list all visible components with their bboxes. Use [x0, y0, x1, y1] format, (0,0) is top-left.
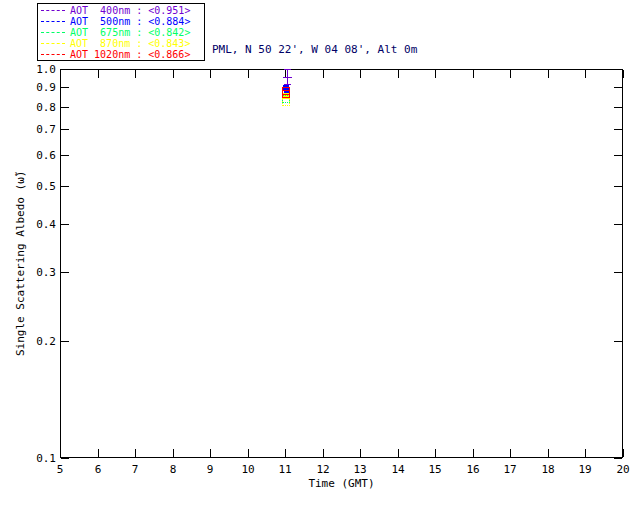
x-tick-top — [98, 70, 99, 78]
y-tick-label: 0.4 — [34, 218, 56, 231]
x-tick-label: 8 — [158, 463, 188, 476]
x-tick-label: 15 — [420, 463, 450, 476]
y-tick — [61, 87, 69, 88]
y-tick-right — [614, 224, 622, 225]
x-tick — [285, 449, 286, 457]
x-tick-label: 19 — [570, 463, 600, 476]
y-tick — [61, 69, 69, 70]
x-tick-label: 9 — [195, 463, 225, 476]
x-tick-top — [510, 70, 511, 78]
legend-entry: AOT 400nm : <0.951> — [41, 5, 201, 16]
x-tick — [60, 449, 61, 457]
legend-line-sample — [41, 21, 65, 22]
x-tick-top — [248, 70, 249, 78]
x-tick-top — [210, 70, 211, 78]
x-tick-label: 16 — [458, 463, 488, 476]
error-cap-top — [284, 69, 291, 70]
x-tick-top — [173, 70, 174, 78]
x-axis-title: Time (GMT) — [60, 477, 623, 490]
x-tick — [548, 449, 549, 457]
y-tick-label: 0.1 — [34, 452, 56, 465]
legend-entry: AOT 675nm : <0.842> — [41, 27, 201, 38]
y-tick-label: 0.5 — [34, 180, 56, 193]
data-point-square-open — [282, 90, 290, 98]
y-tick-label: 1.0 — [34, 63, 56, 76]
y-tick — [61, 186, 69, 187]
x-tick — [210, 449, 211, 457]
x-tick-top — [60, 70, 61, 78]
x-tick — [398, 449, 399, 457]
legend-label: AOT 500nm : <0.884> — [70, 16, 190, 27]
ssa-plot-page: AOT 400nm : <0.951>AOT 500nm : <0.884>AO… — [0, 0, 640, 512]
x-tick — [173, 449, 174, 457]
x-tick-top — [585, 70, 586, 78]
x-tick-top — [323, 70, 324, 78]
legend-label: AOT 400nm : <0.951> — [70, 5, 190, 16]
y-tick-right — [614, 341, 622, 342]
x-tick — [510, 449, 511, 457]
x-tick — [585, 449, 586, 457]
y-tick-right — [614, 69, 622, 70]
y-tick — [61, 272, 69, 273]
x-tick-top — [135, 70, 136, 78]
data-point-square-dotted — [282, 98, 290, 106]
y-tick-label: 0.2 — [34, 335, 56, 348]
x-tick-label: 17 — [495, 463, 525, 476]
legend-box: AOT 400nm : <0.951>AOT 500nm : <0.884>AO… — [37, 3, 205, 61]
legend-entry: AOT 1020nm : <0.866> — [41, 49, 201, 60]
plot-area — [60, 69, 623, 458]
x-tick-label: 18 — [533, 463, 563, 476]
x-tick-label: 6 — [83, 463, 113, 476]
y-tick-label: 0.6 — [34, 149, 56, 162]
y-tick-right — [614, 186, 622, 187]
x-tick-label: 13 — [345, 463, 375, 476]
x-tick — [248, 449, 249, 457]
x-tick — [360, 449, 361, 457]
y-tick — [61, 224, 69, 225]
legend-line-sample — [41, 43, 65, 44]
y-tick-label: 0.3 — [34, 266, 56, 279]
y-tick-label: 0.8 — [34, 101, 56, 114]
x-tick-top — [473, 70, 474, 78]
y-axis-title: Single Scattering Albedo (ω̃) — [14, 69, 27, 458]
x-tick-top — [623, 70, 624, 78]
legend-label: AOT 675nm : <0.842> — [70, 27, 190, 38]
legend-line-sample — [41, 32, 65, 33]
x-tick — [473, 449, 474, 457]
y-tick-right — [614, 272, 622, 273]
legend-entry: AOT 870nm : <0.843> — [41, 38, 201, 49]
y-tick — [61, 107, 69, 108]
y-tick — [61, 129, 69, 130]
x-tick — [323, 449, 324, 457]
x-tick — [98, 449, 99, 457]
data-point-plus — [283, 77, 292, 78]
x-tick — [623, 449, 624, 457]
y-tick — [61, 458, 69, 459]
x-tick-label: 20 — [608, 463, 638, 476]
x-tick-label: 14 — [383, 463, 413, 476]
y-tick — [61, 341, 69, 342]
legend-line-sample — [41, 54, 65, 55]
x-tick — [135, 449, 136, 457]
y-tick — [61, 155, 69, 156]
x-tick-top — [360, 70, 361, 78]
x-tick-label: 10 — [233, 463, 263, 476]
legend-label: AOT 870nm : <0.843> — [70, 38, 190, 49]
x-tick-label: 11 — [270, 463, 300, 476]
x-tick-top — [398, 70, 399, 78]
y-tick-right — [614, 155, 622, 156]
x-tick — [435, 449, 436, 457]
y-tick-right — [614, 129, 622, 130]
station-location: PML, N 50 22', W 04 08', Alt 0m — [212, 41, 417, 58]
y-tick-right — [614, 87, 622, 88]
x-tick-top — [548, 70, 549, 78]
y-tick-right — [614, 458, 622, 459]
y-tick-right — [614, 107, 622, 108]
x-tick-label: 12 — [308, 463, 338, 476]
legend-line-sample — [41, 10, 65, 11]
y-tick-label: 0.9 — [34, 81, 56, 94]
legend-label: AOT 1020nm : <0.866> — [70, 49, 190, 60]
x-tick-top — [435, 70, 436, 78]
y-tick-label: 0.7 — [34, 123, 56, 136]
legend-entry: AOT 500nm : <0.884> — [41, 16, 201, 27]
